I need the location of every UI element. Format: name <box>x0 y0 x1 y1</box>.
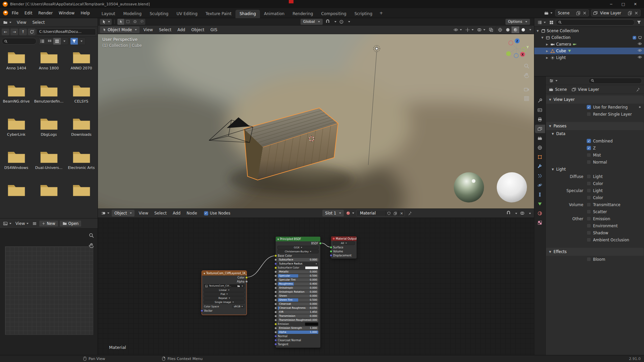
shader-menu-view[interactable]: View <box>136 208 151 218</box>
hide-eye-button[interactable] <box>638 55 642 60</box>
shading-settings-dropdown[interactable] <box>527 26 532 33</box>
node-value-ior[interactable]: IOR1.450 <box>278 310 318 314</box>
material-name-field[interactable]: Material <box>357 211 385 216</box>
workspace-tab-layout[interactable]: Layout <box>98 10 119 18</box>
node-slider-anisotropic-rotation[interactable]: Anisotropic Rotation0.000 <box>278 290 318 294</box>
folder-item[interactable] <box>0 181 33 214</box>
folder-item-anno-2070[interactable]: ANNO 2070 <box>65 48 98 81</box>
outliner-search-input[interactable] <box>556 19 635 25</box>
checkbox-z[interactable]: ✓ <box>587 146 591 150</box>
mode-dropdown[interactable]: Object Mode <box>100 26 140 33</box>
input-socket[interactable] <box>274 307 277 309</box>
input-socket[interactable] <box>274 319 277 321</box>
node-dropdown-subsurface-radius[interactable]: Subsurface Radius <box>278 262 318 265</box>
workspace-tab-uv-editing[interactable]: UV Editing <box>172 10 202 18</box>
node-dropdown-repeat[interactable]: Repeat <box>204 296 245 300</box>
properties-tab-object-data[interactable] <box>535 200 545 208</box>
input-socket[interactable] <box>274 303 277 305</box>
node-slider-alpha[interactable]: Alpha1.000 <box>278 330 318 334</box>
node-slider-clearcoat-roughness[interactable]: Clearcoat Roughness0.030 <box>278 306 318 310</box>
expander-icon[interactable]: ▼ <box>536 29 540 33</box>
workspace-tab-shading[interactable]: Shading <box>235 10 260 18</box>
display-horizontal-list-button[interactable] <box>46 38 53 45</box>
properties-tab-particles[interactable] <box>535 172 545 180</box>
zoom-icon[interactable] <box>524 63 530 69</box>
output-socket[interactable] <box>245 276 248 279</box>
input-socket[interactable] <box>274 343 277 346</box>
checkbox-use-for-rendering[interactable]: ✓ <box>587 105 591 109</box>
outliner-row-light[interactable]: ▶Light <box>534 54 644 61</box>
checkbox-render-single-layer[interactable] <box>587 112 591 116</box>
topbar-menu-render[interactable]: Render <box>35 8 56 18</box>
input-socket[interactable] <box>274 299 277 301</box>
workspace-tab-modeling[interactable]: Modeling <box>119 10 146 18</box>
viewport-menu-object[interactable]: Object <box>188 25 207 35</box>
node-slider-transmission[interactable]: Transmission0.000 <box>278 314 318 318</box>
node-snap-dropdown[interactable] <box>514 211 517 216</box>
browse-scene-button[interactable] <box>543 10 553 16</box>
up-button[interactable]: ↑ <box>19 28 27 35</box>
node-slider-specular-tint[interactable]: Specular Tint0.000 <box>278 278 318 282</box>
node-image-texture[interactable]: ▼TexturesCom_CliffLayered_1K_albedo 6Col… <box>202 270 247 315</box>
viewport-menu-view[interactable]: View <box>140 25 156 35</box>
input-socket[interactable] <box>274 258 277 261</box>
display-thumbnail-button[interactable] <box>53 38 61 45</box>
viewport-menu-add[interactable]: Add <box>174 25 188 35</box>
node-canvas[interactable]: ▼TexturesCom_CliffLayered_1K_albedo 6Col… <box>98 218 534 355</box>
refresh-button[interactable] <box>28 28 36 35</box>
node-slider-metallic[interactable]: Metallic0.000 <box>278 270 318 274</box>
input-socket[interactable] <box>274 323 277 325</box>
overlays-dropdown[interactable] <box>476 26 486 33</box>
pin-button[interactable] <box>406 210 413 217</box>
properties-tab-texture[interactable] <box>535 219 545 227</box>
active-tool-button[interactable] <box>100 19 112 25</box>
shading-material-button[interactable] <box>512 26 519 33</box>
checkbox-shadow[interactable] <box>587 231 591 235</box>
browse-material-button[interactable] <box>345 210 355 217</box>
folder-item-dbglogs[interactable]: DbgLogs <box>33 115 65 148</box>
input-socket[interactable] <box>274 283 277 285</box>
input-socket[interactable] <box>274 262 277 265</box>
input-socket[interactable] <box>274 254 277 257</box>
checkbox-color[interactable] <box>587 195 591 200</box>
panel-passes[interactable]: ▼Passes <box>546 122 644 130</box>
folder-item-anno-1800[interactable]: Anno 1800 <box>33 48 65 81</box>
lasso-select-mode-button[interactable] <box>139 19 145 25</box>
checkbox-mist[interactable] <box>587 153 591 157</box>
topbar-menu-help[interactable]: Help <box>77 8 93 18</box>
folder-item-dual-univers[interactable]: Dual-Univers... <box>33 148 65 181</box>
properties-tab-constraints[interactable] <box>535 190 545 199</box>
blender-menu-button[interactable] <box>2 10 9 16</box>
properties-tab-physics[interactable] <box>535 181 545 189</box>
outliner-row-camera[interactable]: ▶Camera <box>534 41 644 48</box>
node-slider-sheen[interactable]: Sheen0.000 <box>278 294 318 298</box>
node-overlays-button[interactable] <box>519 210 526 217</box>
node-color-subsurface-color[interactable]: Subsurface Color <box>278 266 318 269</box>
object-visibility-dropdown[interactable] <box>452 26 463 33</box>
new-material-button[interactable] <box>392 210 398 217</box>
snap-toggle-button[interactable] <box>324 18 331 25</box>
node-slider-specular[interactable]: Specular0.500 <box>278 274 318 278</box>
workspace-tab-compositing[interactable]: Compositing <box>317 10 350 18</box>
image-canvas[interactable] <box>0 229 98 355</box>
node-slider-sheen-tint[interactable]: Sheen Tint0.500 <box>278 298 318 302</box>
tweak-mode-button[interactable] <box>117 19 124 25</box>
properties-tab-scene[interactable] <box>535 134 545 142</box>
node-slider-anisotropic[interactable]: Anisotropic0.000 <box>278 286 318 290</box>
gizmos-dropdown[interactable] <box>464 26 475 33</box>
node-slider-transmission-roughness[interactable]: Transmission Roughness0.000 <box>278 318 318 322</box>
input-socket[interactable] <box>274 327 277 329</box>
pan-hand-icon[interactable] <box>524 72 530 78</box>
node-header[interactable]: ▼TexturesCom_CliffLayered_1K_albedo 6 <box>202 271 247 276</box>
panel-passes-data[interactable]: ▼Data <box>546 130 644 137</box>
editor-type-button[interactable] <box>2 19 13 26</box>
input-socket[interactable] <box>201 309 203 312</box>
input-socket[interactable] <box>274 287 277 289</box>
filter-toggle-button[interactable] <box>70 38 78 45</box>
new-scene-icon[interactable] <box>576 11 581 15</box>
node-principled-bsdf[interactable]: ▼Principled BSDFBSDFGGXChristensen-Burle… <box>275 236 321 348</box>
panel-passes-light[interactable]: ▼Light <box>546 166 644 173</box>
shader-editor-type-button[interactable] <box>100 210 111 217</box>
scene-selector[interactable]: Scene <box>555 9 589 16</box>
shader-menu-add[interactable]: Add <box>170 208 183 218</box>
